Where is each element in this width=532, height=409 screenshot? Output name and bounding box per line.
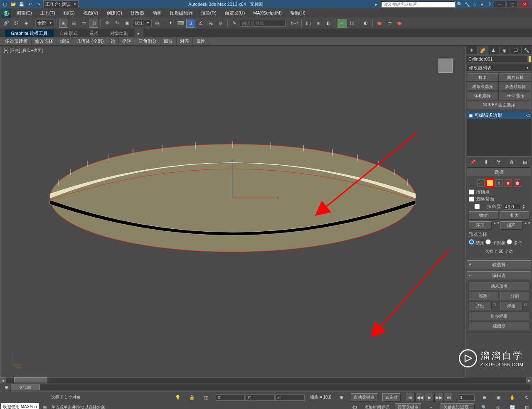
- remove-button[interactable]: 移除: [469, 292, 498, 300]
- named-selection-input[interactable]: [240, 20, 286, 27]
- weld-settings-icon[interactable]: □: [524, 302, 529, 310]
- layers-manager-icon[interactable]: ◧: [324, 19, 333, 28]
- sub-subdiv[interactable]: 细分: [160, 37, 177, 45]
- panel-tab-hierarchy[interactable]: ♟: [488, 46, 499, 55]
- sub-tri[interactable]: 三角剖分: [135, 37, 160, 45]
- coord-z[interactable]: Z:: [276, 394, 305, 401]
- percent-snap-icon[interactable]: %: [206, 19, 215, 28]
- key-icon2[interactable]: ~: [426, 403, 436, 409]
- align-icon[interactable]: ▯▯: [304, 19, 313, 28]
- shrink-button[interactable]: 收缩: [469, 211, 498, 220]
- info-icon[interactable]: ▸: [373, 1, 380, 7]
- preview-off-radio[interactable]: [469, 239, 474, 245]
- ribbon-tab-selection[interactable]: 选择: [84, 29, 104, 37]
- curve-editor-icon[interactable]: 〰: [337, 19, 347, 28]
- menu-group[interactable]: 组(G): [59, 9, 79, 17]
- sub-properties[interactable]: 属性: [193, 37, 209, 45]
- subobj-polygon[interactable]: ■: [505, 179, 512, 187]
- menu-help[interactable]: 帮助(H): [286, 9, 310, 17]
- loop-button[interactable]: 循环: [500, 221, 523, 230]
- subobj-element[interactable]: ⬢: [514, 179, 521, 187]
- insert-vertex-button[interactable]: 插入顶点: [469, 282, 529, 290]
- mod-btn-ffd-sel[interactable]: FFD 选择: [500, 92, 532, 100]
- nav-4-icon[interactable]: ↻: [522, 393, 531, 402]
- ring-spinner[interactable]: ▲▼: [493, 221, 498, 230]
- modifier-list-dropdown[interactable]: 修改器列表▼: [467, 64, 531, 72]
- panel-tab-display[interactable]: 🖵: [510, 46, 521, 55]
- script-listener-icon[interactable]: ▤: [40, 403, 49, 409]
- lock2-icon[interactable]: 🔒: [187, 393, 197, 402]
- mod-btn-nurbs[interactable]: NURBS 曲面选择: [467, 101, 531, 109]
- modifier-stack[interactable]: ▣ 可编辑多边形 ◁: [467, 111, 531, 157]
- grid-toggle-icon[interactable]: ⊞: [337, 393, 346, 402]
- ribbon-collapse-icon[interactable]: ▸: [134, 29, 143, 38]
- target-weld-button[interactable]: 目标焊接: [469, 312, 529, 320]
- play-icon[interactable]: ▶: [425, 393, 434, 402]
- save-icon[interactable]: 💾: [18, 1, 25, 7]
- frame-input[interactable]: 0: [458, 394, 475, 401]
- selected-button[interactable]: 选定对: [382, 393, 401, 402]
- extrude-settings-icon[interactable]: □: [493, 302, 498, 310]
- h-scrollbar[interactable]: [6, 377, 526, 383]
- angle-snap-icon[interactable]: ∠: [196, 19, 205, 28]
- panel-tab-motion[interactable]: ◉: [499, 46, 510, 55]
- goto-start-icon[interactable]: ⏮: [406, 393, 415, 402]
- panel-tab-modify[interactable]: 🌈: [477, 46, 488, 55]
- mod-btn-face-sel[interactable]: 面片选择: [500, 73, 532, 82]
- sub-loop[interactable]: 循环: [119, 37, 135, 45]
- close-button[interactable]: ✕: [519, 0, 530, 8]
- selection-filter-dropdown[interactable]: 全部▼: [35, 19, 54, 27]
- grow-button[interactable]: 扩大: [500, 211, 530, 220]
- object-color-swatch[interactable]: [528, 56, 531, 62]
- next-frame-icon[interactable]: ▶▶: [434, 393, 443, 402]
- panel-tab-create[interactable]: ✳: [466, 46, 477, 55]
- minimize-button[interactable]: —: [494, 0, 505, 8]
- star-icon[interactable]: ☆: [471, 1, 478, 7]
- spinner-snap-icon[interactable]: ⊙: [216, 19, 225, 28]
- favorite-icon[interactable]: ★: [479, 1, 485, 7]
- menu-modifiers[interactable]: 修改器: [126, 9, 148, 17]
- object-name-input[interactable]: [467, 56, 527, 62]
- spinner-arrows[interactable]: ▲▼: [522, 204, 525, 209]
- binoculars-icon[interactable]: 🔍: [456, 1, 463, 7]
- render-icon[interactable]: 🫖: [395, 19, 404, 28]
- extrude-edge-button[interactable]: 挤出: [469, 302, 492, 310]
- preview-multi-radio[interactable]: [507, 239, 512, 245]
- move-icon[interactable]: ✥: [103, 19, 112, 28]
- time-slider[interactable]: 0 / 100: [11, 385, 530, 390]
- unlink-icon[interactable]: ⛓: [12, 19, 21, 28]
- rotate-icon[interactable]: ↻: [113, 19, 122, 28]
- by-angle-checkbox[interactable]: [469, 204, 485, 209]
- layers-icon[interactable]: ≡: [314, 19, 323, 28]
- ribbon-tab-graphite[interactable]: Graphite 建模工具: [5, 29, 54, 37]
- nav-6-icon[interactable]: ◎: [494, 403, 503, 409]
- rollout-selection-header[interactable]: -选择: [467, 168, 531, 176]
- sub-poly-model[interactable]: 多边形建模: [2, 37, 32, 45]
- render-frame-icon[interactable]: ▭: [385, 19, 394, 28]
- subobj-vertex[interactable]: ∴: [477, 179, 485, 187]
- select-name-icon[interactable]: ▤: [69, 19, 78, 28]
- subobj-border[interactable]: ◊: [495, 179, 503, 187]
- mod-btn-spline-sel[interactable]: 样条线选择: [467, 83, 499, 91]
- redo-icon[interactable]: ↷: [35, 1, 42, 7]
- sub-geom-all[interactable]: 几何体 (全部): [73, 37, 107, 45]
- coord-x[interactable]: X:: [216, 394, 245, 401]
- sub-mod-select[interactable]: 修改选择: [32, 37, 57, 45]
- scroll-right-icon[interactable]: ▶: [526, 377, 532, 383]
- weld-button[interactable]: 焊接: [500, 302, 523, 310]
- time-config-icon[interactable]: ⊞: [2, 383, 11, 392]
- nav-5-icon[interactable]: 🔍: [480, 403, 489, 409]
- prev-frame-icon[interactable]: ◀◀: [415, 393, 424, 402]
- sub-edit[interactable]: 编辑: [57, 37, 73, 45]
- rollout-softsel-header[interactable]: +软选择: [467, 260, 531, 269]
- stack-item-editable-poly[interactable]: ▣ 可编辑多边形 ◁: [467, 111, 531, 119]
- angle-spinner[interactable]: [504, 204, 520, 210]
- pin-stack-icon[interactable]: 📌: [469, 158, 477, 166]
- add-time-label[interactable]: 添加时间标记: [364, 404, 390, 409]
- preview-sub-radio[interactable]: [485, 239, 491, 245]
- snap-3d-icon[interactable]: 3: [186, 19, 195, 28]
- goto-end-icon[interactable]: ⏭: [444, 393, 453, 402]
- key-icon[interactable]: 🔧: [464, 1, 470, 7]
- time-handle[interactable]: 0 / 100: [11, 385, 40, 390]
- window-crossing-icon[interactable]: ◫: [89, 19, 98, 28]
